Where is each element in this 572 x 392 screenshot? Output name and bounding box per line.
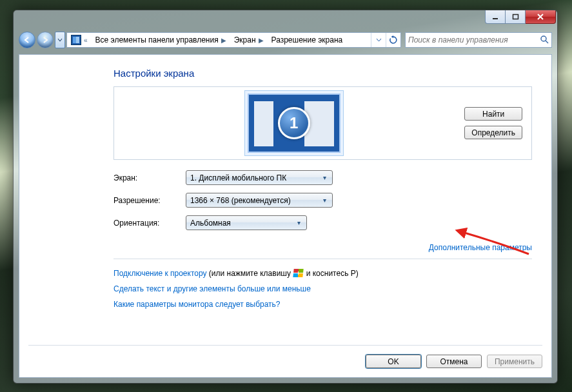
projector-link[interactable]: Подключение к проектору xyxy=(113,269,207,278)
monitor-thumbnail[interactable]: 1 xyxy=(248,93,340,153)
display-value: 1. Дисплей мобильного ПК xyxy=(190,173,286,182)
chevron-down-icon: ▾ xyxy=(320,173,330,182)
caption-buttons xyxy=(485,10,556,24)
display-preview: 1 Найти Определить xyxy=(113,86,532,160)
maximize-button[interactable] xyxy=(506,10,526,24)
search-box xyxy=(405,32,552,48)
svg-rect-0 xyxy=(493,18,498,19)
resolution-label: Разрешение: xyxy=(113,196,186,205)
cancel-button[interactable]: Отмена xyxy=(426,355,482,368)
chevron-right-icon: ▶ xyxy=(221,37,226,44)
windows-key-icon xyxy=(293,269,304,277)
address-bar[interactable]: « Все элементы панели управления ▶ Экран… xyxy=(66,32,401,48)
chevron-down-icon xyxy=(57,37,63,43)
display-combo[interactable]: 1. Дисплей мобильного ПК ▾ xyxy=(186,170,333,185)
search-icon[interactable] xyxy=(537,35,551,46)
address-root[interactable]: « xyxy=(67,33,92,47)
svg-line-3 xyxy=(546,41,548,43)
breadcrumb-item-display[interactable]: Экран ▶ xyxy=(230,33,268,47)
identify-button[interactable]: Определить xyxy=(464,126,522,139)
chevron-down-icon xyxy=(376,37,382,43)
chevron-down-icon: ▾ xyxy=(320,195,330,205)
breadcrumb-label: Разрешение экрана xyxy=(271,35,343,44)
detect-button[interactable]: Найти xyxy=(464,107,522,121)
orientation-value: Альбомная xyxy=(190,219,231,228)
content: Настройки экрана 1 Найти Определить Экра… xyxy=(113,68,532,366)
advanced-settings-link[interactable]: Дополнительные параметры xyxy=(429,243,532,252)
help-links: Подключение к проектору (или нажмите кла… xyxy=(113,266,532,312)
search-input[interactable] xyxy=(406,33,535,47)
projector-hint-1: (или нажмите клавишу xyxy=(209,269,291,278)
ok-button[interactable]: OK xyxy=(366,355,421,368)
chevron-right-icon: « xyxy=(84,37,88,44)
breadcrumb-label: Экран xyxy=(234,35,256,44)
chevron-down-icon: ▾ xyxy=(294,218,304,228)
address-history-dropdown[interactable] xyxy=(371,33,386,47)
breadcrumb-label: Все элементы панели управления xyxy=(95,35,219,44)
nav-forward-button[interactable] xyxy=(37,32,54,48)
text-size-link[interactable]: Сделать текст и другие элементы больше и… xyxy=(113,284,311,293)
minimize-button[interactable] xyxy=(485,10,506,24)
minimize-icon xyxy=(492,14,499,21)
resolution-value: 1366 × 768 (рекомендуется) xyxy=(190,196,291,205)
footer: OK Отмена Применить xyxy=(28,345,542,368)
orientation-combo[interactable]: Альбомная ▾ xyxy=(186,215,307,230)
projector-hint-2: и коснитесь P) xyxy=(306,269,359,278)
navbar: « Все элементы панели управления ▶ Экран… xyxy=(19,30,552,50)
svg-point-2 xyxy=(541,36,546,41)
settings-grid: Экран: 1. Дисплей мобильного ПК ▾ Разреш… xyxy=(113,170,532,230)
nav-history-button[interactable] xyxy=(55,32,65,48)
apply-button[interactable]: Применить xyxy=(487,355,542,368)
display-label: Экран: xyxy=(113,173,186,182)
control-panel-icon xyxy=(71,35,81,45)
chevron-right-icon: ▶ xyxy=(259,37,264,44)
client-area: Настройки экрана 1 Найти Определить Экра… xyxy=(19,54,552,378)
arrow-left-icon xyxy=(19,32,35,48)
page-title: Настройки экрана xyxy=(113,68,532,79)
titlebar xyxy=(14,10,557,30)
resolution-combo[interactable]: 1366 × 768 (рекомендуется) ▾ xyxy=(186,193,333,208)
svg-rect-1 xyxy=(513,14,518,19)
refresh-icon xyxy=(389,35,398,44)
maximize-icon xyxy=(512,14,519,21)
orientation-label: Ориентация: xyxy=(113,219,186,228)
nav-back-button[interactable] xyxy=(19,32,35,48)
window-frame: « Все элементы панели управления ▶ Экран… xyxy=(13,10,558,384)
which-monitor-link[interactable]: Какие параметры монитора следует выбрать… xyxy=(113,300,281,309)
breadcrumb-item-resolution[interactable]: Разрешение экрана xyxy=(268,33,347,47)
close-icon xyxy=(537,13,544,21)
refresh-button[interactable] xyxy=(386,33,400,47)
close-button[interactable] xyxy=(526,10,556,24)
arrow-right-icon xyxy=(37,32,53,48)
breadcrumb-item-all[interactable]: Все элементы панели управления ▶ xyxy=(92,33,230,47)
monitor-id-badge: 1 xyxy=(278,107,310,139)
